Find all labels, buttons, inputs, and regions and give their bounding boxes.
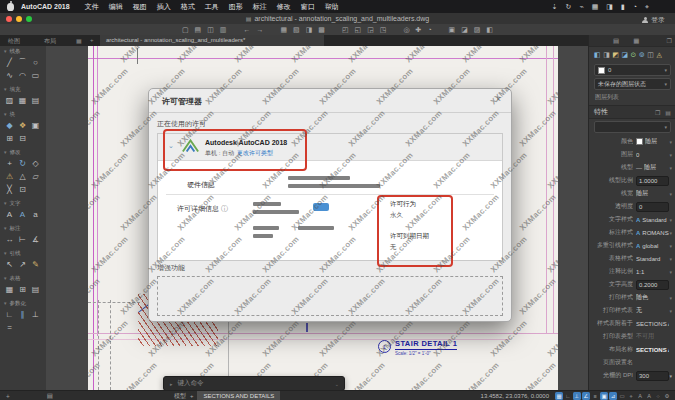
display-icon[interactable]: ▦	[592, 3, 599, 11]
menu-item[interactable]: 插入	[157, 2, 171, 12]
constraint-equal-icon[interactable]: =	[3, 321, 16, 334]
otrack-toggle-icon[interactable]: ⊿	[609, 392, 617, 400]
stretch-icon[interactable]: ▱	[29, 170, 42, 183]
palette-section-modify[interactable]: ▼修改	[0, 147, 46, 157]
layers-tab-icon[interactable]: ▤	[613, 37, 619, 45]
palette-section-draw[interactable]: ▼线条	[0, 46, 46, 56]
property-row[interactable]: 多重引线样式 global ▾	[589, 239, 675, 252]
annotation-visibility-icon[interactable]: A	[636, 392, 644, 400]
edit-block-icon[interactable]: ⊟	[16, 132, 29, 145]
menu-item[interactable]: 工具	[205, 2, 219, 12]
layer-walk-icon[interactable]: ◬	[656, 51, 661, 59]
boundary-icon[interactable]: ▦	[16, 94, 29, 107]
snap-toggle-icon[interactable]: ∟	[564, 392, 572, 400]
palette-section-hatch[interactable]: ▼填充	[0, 84, 46, 94]
etransmit-icon[interactable]: ▩	[318, 26, 325, 34]
battery-icon[interactable]: ▮	[621, 3, 625, 11]
mtext-icon[interactable]: A	[3, 208, 16, 221]
expand-command-icon[interactable]: ⌄	[335, 381, 339, 387]
move-icon[interactable]: +	[3, 157, 16, 170]
leader-icon[interactable]: ↖	[3, 258, 16, 271]
viewport-icon[interactable]: ◰	[342, 26, 349, 34]
apple-menu-icon[interactable]	[7, 3, 14, 11]
palette-section-text[interactable]: ▼文字	[0, 198, 46, 208]
table-style-icon[interactable]: ▤	[29, 283, 42, 296]
volume-icon[interactable]: ◨	[606, 3, 613, 11]
property-row[interactable]: 样式表附着于 SECTIONS AND... ▾	[589, 317, 675, 330]
palette-section-leader[interactable]: ▼引线	[0, 248, 46, 258]
layer-merge-icon[interactable]: ◫	[647, 51, 654, 59]
ortho-toggle-icon[interactable]: ⊥	[573, 392, 581, 400]
property-row[interactable]: 表格样式 Standard ▾	[589, 252, 675, 265]
wifi-icon[interactable]: ◔	[633, 3, 637, 11]
rotate-icon[interactable]: ↻	[16, 157, 29, 170]
close-icon[interactable]: ×	[496, 94, 501, 104]
osnap-toggle-icon[interactable]: ▣	[600, 392, 608, 400]
spline-icon[interactable]: ∿	[3, 69, 16, 82]
undo-icon[interactable]: ←	[243, 26, 250, 33]
edit-text-icon[interactable]: a	[29, 208, 42, 221]
create-block-icon[interactable]: ❖	[16, 119, 29, 132]
command-line-bar[interactable]: ▸ 键入命令 ⌄	[163, 376, 345, 391]
property-row[interactable]: 文字高度 0.2000 ▾	[589, 278, 675, 291]
orbit-icon[interactable]: ◔	[427, 26, 431, 33]
panel-copy-icon[interactable]: ❐	[655, 109, 660, 116]
hatch-icon[interactable]: ▨	[3, 94, 16, 107]
property-row[interactable]: 图层 0 ▾	[589, 148, 675, 161]
menu-item[interactable]: 格式	[181, 2, 195, 12]
open-file-icon[interactable]: ▤	[195, 26, 202, 34]
array-icon[interactable]: △	[16, 170, 29, 183]
command-input-placeholder[interactable]: 键入命令	[178, 379, 204, 388]
dyn-input-icon[interactable]: ▭	[618, 392, 626, 400]
sheet-set-icon[interactable]: ◳	[380, 26, 387, 34]
table-insert-icon[interactable]: ⊞	[16, 283, 29, 296]
group-icon[interactable]: ◧	[486, 26, 493, 34]
layer-tools-icon[interactable]: ▣	[449, 26, 456, 34]
isodraft-icon[interactable]: ≡	[591, 392, 599, 400]
annotation-autoscale-icon[interactable]: A	[645, 392, 653, 400]
pan-icon[interactable]: ✚	[416, 26, 422, 34]
leader-edit-icon[interactable]: ✎	[29, 258, 42, 271]
polar-toggle-icon[interactable]: ∠	[582, 392, 590, 400]
publish-icon[interactable]: ◨	[306, 26, 313, 34]
constraint-geometric-icon[interactable]: ∟	[3, 308, 16, 321]
trim-icon[interactable]: ╳	[3, 183, 16, 196]
constraint-perpendicular-icon[interactable]: ⊥	[29, 308, 42, 321]
menu-item[interactable]: 编辑	[109, 2, 123, 12]
layer-state-dropdown[interactable]: 未保存的图层状态 ▾	[594, 78, 671, 90]
menu-item[interactable]: 修改	[277, 2, 291, 12]
single-text-icon[interactable]: A	[16, 208, 29, 221]
fillet-icon[interactable]: ⊡	[16, 183, 29, 196]
rectangle-icon[interactable]: ▭	[29, 69, 42, 82]
property-row[interactable]: 透明度 0 ▾	[589, 200, 675, 213]
layout-tab-active[interactable]: SECTIONS AND DETAILS	[197, 391, 280, 400]
menu-item[interactable]: 标注	[253, 2, 267, 12]
line-icon[interactable]: ╱	[3, 56, 16, 69]
zoom-icon[interactable]: ◎	[403, 26, 409, 34]
layer-lock-icon[interactable]: ⊙	[631, 51, 637, 59]
print-icon[interactable]: ▥	[220, 26, 227, 34]
menu-item[interactable]: 视图	[133, 2, 147, 12]
insert-block-icon[interactable]: ◆	[3, 119, 16, 132]
model-tab[interactable]: 模型	[174, 392, 186, 400]
home-view-icon[interactable]: ⌖	[627, 392, 635, 400]
panel-list-icon[interactable]: ▤	[665, 109, 671, 116]
write-block-icon[interactable]: ⊞	[3, 132, 16, 145]
properties-tab-icon[interactable]: ▦	[633, 37, 639, 45]
menu-item[interactable]: 文件	[85, 2, 99, 12]
layer-delete-icon[interactable]: ◨	[603, 51, 610, 59]
layer-list-link[interactable]: 图层列表	[595, 93, 670, 102]
palette-section-block[interactable]: ▼块	[0, 109, 46, 119]
property-row[interactable]: 线宽 随层 ▾	[589, 187, 675, 200]
property-row[interactable]: 注释比例 1:1 ▾	[589, 265, 675, 278]
tab-overview-icon[interactable]: ▦	[76, 37, 82, 44]
property-row[interactable]: 打印样式表 无 ▾	[589, 304, 675, 317]
named-views-icon[interactable]: ◱	[355, 26, 362, 34]
gradient-icon[interactable]: ▤	[29, 94, 42, 107]
app-menu[interactable]: AutoCAD 2018	[21, 3, 70, 10]
scale-icon[interactable]: ◇	[29, 157, 42, 170]
property-row[interactable]: 颜色 随层 ▾	[589, 135, 675, 148]
menu-item[interactable]: 图形	[229, 2, 243, 12]
settings-gear-icon[interactable]: ⚙	[663, 392, 671, 400]
new-tab-button[interactable]: +	[90, 37, 94, 43]
